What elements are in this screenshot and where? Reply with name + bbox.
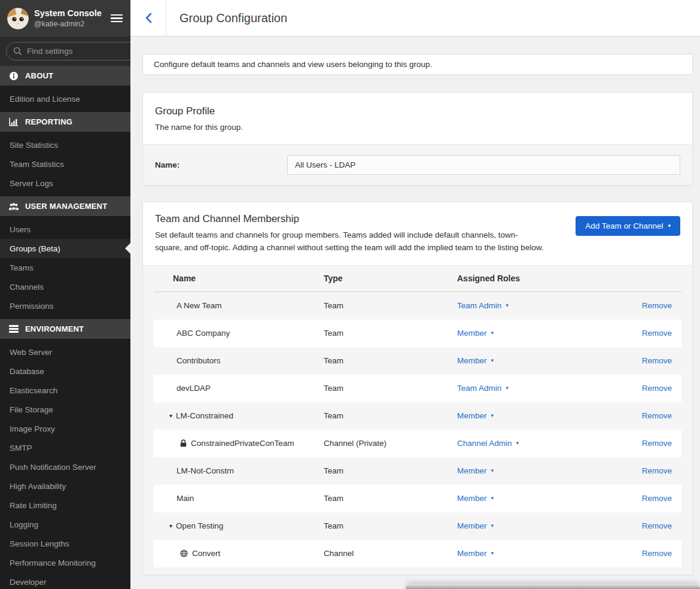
row-name: Main [176,494,194,503]
sidebar-section-environment[interactable]: ENVIRONMENT [0,319,130,339]
sidebar-item-session-lengths[interactable]: Session Lengths [0,534,130,553]
sidebar-item-team-statistics[interactable]: Team Statistics [0,154,130,174]
chevron-down-icon: ▾ [491,330,494,336]
role-dropdown[interactable]: Member ▾ [457,466,494,475]
role-dropdown[interactable]: Member ▾ [457,521,494,530]
row-name: devLDAP [176,384,211,393]
content-area: Configure default teams and channels and… [130,37,700,589]
footer-shadow [406,584,700,589]
chevron-down-icon: ▾ [491,468,494,473]
role-dropdown[interactable]: Team Admin ▾ [457,384,509,393]
sidebar-item-rate-limiting[interactable]: Rate Limiting [0,496,130,515]
remove-link[interactable]: Remove [642,384,672,393]
membership-row: ▾ Open Testing Team Member ▾ Remove [154,512,681,540]
chevron-left-icon [145,13,152,23]
row-name: Contributors [176,356,221,365]
role-dropdown[interactable]: Channel Admin ▾ [457,439,519,448]
main-panel: Group Configuration Configure default te… [130,0,700,589]
sidebar-section: ABOUT Edition and License [0,66,130,112]
cat-avatar-image [7,8,29,29]
avatar [7,8,29,29]
column-header-roles: Assigned Roles [457,274,604,283]
sidebar-section: ENVIRONMENT Web ServerDatabaseElasticsea… [0,319,130,589]
chevron-down-icon: ▾ [491,551,494,556]
row-name: ABC Company [176,329,230,338]
sidebar-item-server-logs[interactable]: Server Logs [0,174,130,193]
sidebar-item-channels[interactable]: Channels [0,277,130,296]
role-dropdown[interactable]: Member ▾ [457,411,494,420]
remove-link[interactable]: Remove [642,329,672,338]
remove-link[interactable]: Remove [642,439,672,448]
sidebar-item-elasticsearch[interactable]: Elasticsearch [0,381,130,400]
row-name: ConstrainedPrivateConTeam [191,439,294,448]
hamburger-icon[interactable] [110,10,123,26]
sidebar-item-edition-and-license[interactable]: Edition and License [0,89,130,108]
remove-link[interactable]: Remove [642,521,672,530]
sidebar-item-developer[interactable]: Developer [0,572,130,589]
remove-link[interactable]: Remove [642,356,672,365]
role-dropdown[interactable]: Member ▾ [457,494,494,503]
chevron-down-icon: ▾ [516,441,519,446]
role-dropdown[interactable]: Team Admin ▾ [457,301,509,310]
row-type: Team [324,494,457,503]
remove-link[interactable]: Remove [642,301,672,310]
sidebar-section-about[interactable]: ABOUT [0,66,130,86]
collapse-caret-icon[interactable]: ▾ [169,413,172,419]
remove-link[interactable]: Remove [642,411,672,420]
role-dropdown[interactable]: Member ▾ [457,356,494,365]
sidebar-item-smtp[interactable]: SMTP [0,438,130,457]
group-name-input[interactable] [287,155,680,175]
sidebar-item-logging[interactable]: Logging [0,515,130,534]
membership-row: ▾ devLDAP Team Team Admin ▾ Remove [154,375,681,402]
sidebar-item-groups-beta[interactable]: Groups (Beta) [0,239,130,258]
row-type: Team [324,356,457,365]
membership-card: Team and Channel Membership Set default … [142,202,693,575]
row-type: Team [324,521,457,530]
sidebar-section: USER MANAGEMENT UsersGroups (Beta)TeamsC… [0,196,130,319]
membership-head: Team and Channel Membership Set default … [143,202,692,265]
search-input[interactable] [27,47,130,56]
server-icon [8,325,19,333]
row-name: A New Team [176,301,222,310]
globe-icon [180,549,188,557]
membership-description: Set default teams and channels for group… [155,229,544,254]
sidebar-item-teams[interactable]: Teams [0,258,130,277]
membership-row: ▾ LM-Constrained Team Member ▾ Remove [154,402,681,430]
sidebar-section-reporting[interactable]: REPORTING [0,112,130,132]
remove-link[interactable]: Remove [642,494,672,503]
sidebar-section-user-management[interactable]: USER MANAGEMENT [0,196,130,216]
sidebar-item-permissions[interactable]: Permissions [0,296,130,315]
sidebar-item-file-storage[interactable]: File Storage [0,400,130,419]
sidebar-item-performance-monitoring[interactable]: Performance Monitoring [0,553,130,572]
info-banner: Configure default teams and channels and… [142,54,693,75]
remove-link[interactable]: Remove [642,549,672,558]
role-dropdown[interactable]: Member ▾ [457,329,494,338]
sidebar-nav: ABOUT Edition and License REPORTING Site… [0,66,130,589]
membership-row: ▾ ConstrainedPrivateConTeam Channel (Pri… [154,430,681,457]
row-type: Channel [324,549,457,558]
sidebar-search-area [0,37,130,66]
collapse-caret-icon[interactable]: ▾ [169,523,172,529]
chevron-down-icon: ▾ [668,223,671,229]
sidebar-item-high-availability[interactable]: High Availability [0,476,130,496]
sidebar-item-image-proxy[interactable]: Image Proxy [0,419,130,438]
sidebar-item-push-notification-server[interactable]: Push Notification Server [0,457,130,476]
remove-link[interactable]: Remove [642,466,672,475]
chevron-down-icon: ▾ [491,523,494,529]
role-dropdown[interactable]: Member ▾ [457,549,494,558]
membership-row: ▾ ABC Company Team Member ▾ Remove [154,320,681,347]
row-name: Open Testing [176,521,223,530]
sidebar-item-database[interactable]: Database [0,362,130,381]
sidebar-header: System Console @katie-admin2 [0,0,130,37]
row-type: Channel (Private) [324,439,457,448]
back-button[interactable] [130,0,166,36]
membership-row: ▾ Convert Channel Member ▾ Remove [154,540,681,567]
add-team-or-channel-button[interactable]: Add Team or Channel ▾ [576,216,680,236]
search-box[interactable] [6,42,130,60]
sidebar-item-web-server[interactable]: Web Server [0,342,130,362]
sidebar-item-site-statistics[interactable]: Site Statistics [0,135,130,154]
page-header: Group Configuration [130,0,700,37]
sidebar-item-users[interactable]: Users [0,220,130,239]
group-profile-subtitle: The name for this group. [155,122,680,133]
membership-row: ▾ LM-Not-Constrn Team Member ▾ Remove [154,457,681,485]
